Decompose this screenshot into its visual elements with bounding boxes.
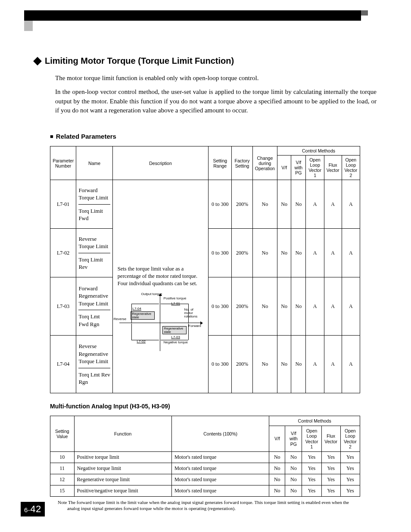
col-cm-3: Flux Vector bbox=[324, 156, 342, 180]
mf-func: Positive/negative torque limit bbox=[74, 485, 171, 496]
col-description: Description bbox=[112, 146, 208, 180]
mf-analog-table: Setting Value Function Contents (100%) C… bbox=[50, 416, 360, 496]
col-cm-2: Open Loop Vector 1 bbox=[306, 156, 324, 180]
cell-cm: A bbox=[342, 277, 360, 336]
mf-val: 11 bbox=[50, 463, 75, 474]
mf-func: Positive torque limit bbox=[74, 451, 171, 463]
param-no: L7-01 bbox=[50, 180, 76, 229]
mf-col-cm-0: V/f bbox=[269, 426, 285, 451]
cell-cm: No bbox=[269, 463, 285, 474]
cell-cm: No bbox=[285, 451, 302, 463]
header-tab bbox=[24, 21, 33, 31]
cell-cm: No bbox=[277, 180, 291, 229]
mf-contents: Motor's rated torque bbox=[171, 474, 269, 485]
description-text: Sets the torque limit value as a percent… bbox=[115, 265, 206, 291]
param-name-main: Forward Torque Limit bbox=[78, 187, 110, 202]
cell-change: No bbox=[252, 180, 277, 229]
cell-change: No bbox=[252, 229, 277, 277]
cell-cm: A bbox=[342, 180, 360, 229]
cell-cm: A bbox=[324, 277, 342, 336]
cell-cm: Yes bbox=[302, 451, 321, 463]
cell-cm: No bbox=[277, 335, 291, 393]
col-cm-4: Open Loop Vector 2 bbox=[342, 156, 360, 180]
diamond-icon bbox=[33, 57, 42, 65]
col-change: Change during Operation bbox=[252, 146, 277, 180]
cell-cm: A bbox=[306, 335, 324, 393]
related-heading-text: Related Parameters bbox=[56, 133, 116, 140]
param-name: Reverse Torque Limit Torq Limit Rev bbox=[76, 229, 112, 277]
cell-cm: No bbox=[291, 229, 306, 277]
mf-col-function: Function bbox=[74, 416, 171, 451]
cell-cm: Yes bbox=[321, 474, 340, 485]
page-number: 42 bbox=[30, 504, 41, 514]
param-no: L7-02 bbox=[50, 229, 76, 277]
mf-col-cm-4: Open Loop Vector 2 bbox=[340, 426, 360, 451]
cell-range: 0 to 300 bbox=[209, 229, 232, 277]
cell-change: No bbox=[252, 335, 277, 393]
header-rule bbox=[24, 10, 361, 21]
table-row: L7-01 Forward Torque Limit Torq Limit Fw… bbox=[50, 180, 360, 229]
cell-range: 0 to 300 bbox=[209, 335, 232, 393]
mf-val: 15 bbox=[50, 485, 75, 496]
mf-col-cm-2: Open Loop Vector 1 bbox=[302, 426, 321, 451]
cell-cm: No bbox=[277, 229, 291, 277]
diagram-box-regen: Regenerative state bbox=[131, 311, 155, 320]
cell-cm: Yes bbox=[340, 451, 360, 463]
section-heading-row: Limiting Motor Torque (Torque Limit Func… bbox=[34, 56, 377, 66]
cell-cm: Yes bbox=[340, 485, 360, 496]
col-factory: Factory Setting bbox=[232, 146, 252, 180]
cell-cm: No bbox=[285, 485, 302, 496]
mf-func: Negative torque limit bbox=[74, 463, 171, 474]
cell-cm: No bbox=[269, 485, 285, 496]
cell-factory: 200% bbox=[232, 277, 252, 336]
param-name-main: Reverse Torque Limit bbox=[78, 235, 110, 250]
mf-col-cm-3: Flux Vector bbox=[321, 426, 340, 451]
cell-cm: Yes bbox=[340, 474, 360, 485]
cell-cm: Yes bbox=[321, 485, 340, 496]
intro-paragraph-2: In the open-loop vector control method, … bbox=[55, 87, 377, 115]
cell-cm: No bbox=[291, 277, 306, 336]
param-name: Forward Regenerative Torque Limit Torq L… bbox=[76, 277, 112, 336]
cell-cm: No bbox=[285, 463, 302, 474]
cell-cm: A bbox=[342, 229, 360, 277]
page-number-box: 6-42 bbox=[21, 502, 45, 516]
cell-cm: A bbox=[324, 335, 342, 393]
col-setting-range: Setting Range bbox=[209, 146, 232, 180]
intro-paragraph-1: The motor torque limit function is enabl… bbox=[55, 74, 377, 83]
cell-cm: Yes bbox=[302, 463, 321, 474]
mf-col-cm-1: V/f with PG bbox=[285, 426, 302, 451]
diagram-label-l7-03: L7-03 bbox=[171, 336, 180, 339]
cell-factory: 200% bbox=[232, 180, 252, 229]
diagram-label: Output torque bbox=[141, 292, 162, 296]
cell-cm: A bbox=[306, 180, 324, 229]
cell-change: No bbox=[252, 277, 277, 336]
param-name: Reverse Regenerative Torque Limit Torq L… bbox=[76, 335, 112, 393]
cell-cm: Yes bbox=[321, 451, 340, 463]
related-parameters-heading: ■ Related Parameters bbox=[50, 133, 377, 140]
mf-contents: Motor's rated torque bbox=[171, 451, 269, 463]
cell-cm: No bbox=[277, 277, 291, 336]
mf-contents: Motor's rated torque bbox=[171, 485, 269, 496]
cell-cm: No bbox=[269, 451, 285, 463]
table-row: 12 Regenerative torque limit Motor's rat… bbox=[50, 474, 360, 485]
col-cm-1: V/f with PG bbox=[291, 156, 306, 180]
diagram-label: Negative torque bbox=[163, 341, 187, 344]
cell-cm: No bbox=[285, 474, 302, 485]
cell-cm: No bbox=[269, 474, 285, 485]
cell-cm: No bbox=[291, 180, 306, 229]
mf-func: Regenerative torque limit bbox=[74, 474, 171, 485]
param-name-sub: Torq Limit Fwd bbox=[78, 204, 110, 222]
cell-cm: Yes bbox=[302, 485, 321, 496]
mf-col-contents: Contents (100%) bbox=[171, 416, 269, 451]
col-control-methods: Control Methods bbox=[277, 146, 360, 156]
parameter-table: Parameter Number Name Description Settin… bbox=[50, 146, 360, 393]
cell-range: 0 to 300 bbox=[209, 180, 232, 229]
diagram-label: Forward bbox=[188, 324, 201, 328]
param-name-sub: Torq Limit Rev bbox=[78, 253, 110, 271]
col-param-no: Parameter Number bbox=[50, 146, 76, 180]
cell-cm: Yes bbox=[302, 474, 321, 485]
param-name-main: Reverse Regenerative Torque Limit bbox=[78, 342, 110, 365]
chapter-prefix: 6- bbox=[24, 506, 30, 513]
section-title: Limiting Motor Torque (Torque Limit Func… bbox=[45, 56, 234, 66]
cell-range: 0 to 300 bbox=[209, 277, 232, 336]
